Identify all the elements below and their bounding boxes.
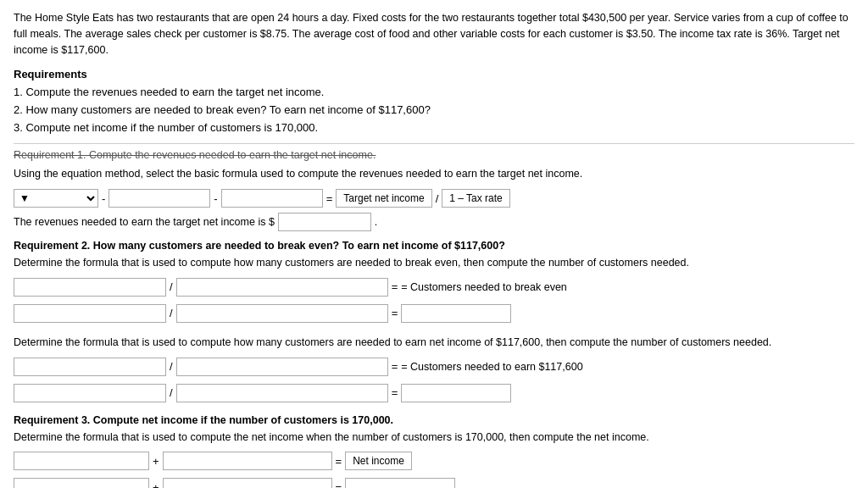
revenues-needed-line: The revenues needed to earn the target n… [14,213,854,231]
earn117600-row-1: / = = Customers needed to earn $117,600 [14,358,854,376]
req1-instruction: Using the equation method, select the ba… [14,166,854,182]
net-income-row-1: + = Net income [14,452,854,470]
equals-be-2: = [392,307,398,319]
breakeven-numerator-2[interactable] [14,304,166,323]
req1-strikethrough: Requirement 1. Compute the revenues need… [14,149,854,161]
target-net-income-label: Target net income [336,189,431,208]
slash-operator: / [436,192,439,205]
plus-1: + [153,455,159,468]
formula-dropdown[interactable]: ▼ [14,189,98,208]
earn117600-formula: / = = Customers needed to earn $117,600 … [14,358,854,408]
minus-operator-1: - [102,192,105,205]
formula-input-1[interactable] [108,189,210,208]
equals-ni-2: = [336,481,342,488]
net-income-input-1a[interactable] [14,452,149,470]
req-item-1: 1. Compute the revenues needed to earn t… [14,84,854,102]
intro-text: The Home Style Eats has two restaurants … [14,10,854,58]
req2-breakeven-instruction: Determine the formula that is used to co… [14,255,854,271]
earn117600-result-2[interactable] [401,384,511,402]
req1-formula-row: ▼ - - = Target net income / 1 – Tax rate [14,189,854,208]
earn117600-denominator-1[interactable] [176,358,388,376]
req-item-2: 2. How many customers are needed to brea… [14,102,854,119]
breakeven-numerator-1[interactable] [14,278,166,297]
earn117600-denominator-2[interactable] [176,384,388,402]
req-item-3: 3. Compute net income if the number of c… [14,119,854,137]
requirements-section: Requirements 1. Compute the revenues nee… [14,66,854,136]
net-income-label: Net income [345,452,412,470]
breakeven-denominator-2[interactable] [176,304,388,323]
earn117600-row-2: / = [14,384,854,402]
revenues-needed-input[interactable] [278,213,371,231]
minus-operator-2: - [214,192,217,205]
breakeven-row-2: / = [14,304,854,323]
requirements-header: Requirements [14,66,854,84]
req2-117600-instruction: Determine the formula that is used to co… [14,335,854,351]
slash-be-2: / [170,307,173,319]
net-income-input-2a[interactable] [14,478,149,488]
one-minus-tax-rate-label: 1 – Tax rate [442,189,509,208]
breakeven-row-1: / = = Customers needed to break even [14,278,854,297]
breakeven-label: = Customers needed to break even [401,281,567,293]
earn117600-label: = Customers needed to earn $117,600 [401,361,582,373]
breakeven-result-2[interactable] [401,304,511,323]
req2-header: Requirement 2. How many customers are ne… [14,240,854,252]
req3-instruction: Determine the formula that is used to co… [14,430,854,446]
slash-117-1: / [170,360,173,373]
plus-2: + [153,481,159,488]
equals-117-2: = [392,386,398,399]
net-income-row-2: + = [14,478,854,488]
req3-header: Requirement 3. Compute net income if the… [14,414,854,426]
revenues-needed-text: The revenues needed to earn the target n… [14,216,275,228]
equals-operator-1: = [326,192,333,205]
net-income-input-2b[interactable] [163,478,332,488]
breakeven-denominator-1[interactable] [176,278,388,297]
earn117600-numerator-1[interactable] [14,358,166,376]
earn117600-numerator-2[interactable] [14,384,166,402]
slash-117-2: / [170,386,173,399]
equals-ni-1: = [336,455,342,468]
net-income-result[interactable] [345,478,455,488]
slash-be-1: / [170,280,173,293]
net-income-input-1b[interactable] [163,452,332,470]
revenues-period: . [375,216,377,228]
breakeven-formula: / = = Customers needed to break even / = [14,278,854,328]
net-income-formula: + = Net income + = [14,452,854,488]
equals-be-1: = [392,280,398,293]
equals-117-1: = [392,360,398,373]
formula-input-2[interactable] [221,189,323,208]
